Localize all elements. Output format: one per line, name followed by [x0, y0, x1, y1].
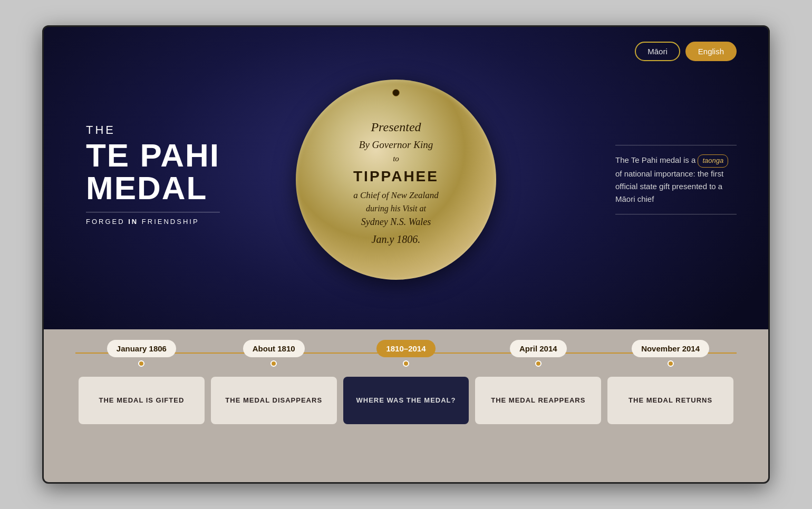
bottom-divider [615, 214, 737, 214]
timeline-label-2: 1810–2014 [376, 340, 435, 357]
timeline-card-text-2: WHERE WAS THE MEDAL? [356, 396, 456, 405]
timeline-card-text-0: THE MEDAL IS GIFTED [99, 396, 185, 405]
medal-container: Presented By Governor King to TIPPAHEE a… [296, 80, 496, 280]
title-main: TE PAHI MEDAL [86, 139, 220, 204]
timeline-dot-2 [403, 360, 409, 367]
timeline-dot-1 [270, 360, 277, 367]
timeline-item-1[interactable]: About 1810 [208, 340, 340, 367]
hero-section: Māori English THE TE PAHI MEDAL FORGED I… [44, 27, 768, 332]
timeline-strip: January 1806 About 1810 1810–2014 April … [44, 329, 768, 377]
timeline-label-0: January 1806 [107, 340, 176, 357]
timeline-card-0[interactable]: THE MEDAL IS GIFTED [79, 377, 205, 424]
timeline-card-3[interactable]: THE MEDAL REAPPEARS [475, 377, 601, 424]
title-subtitle: FORGED IN FRIENDSHIP [86, 212, 220, 226]
timeline-item-3[interactable]: April 2014 [472, 340, 604, 367]
medal-inscription: Presented By Governor King to TIPPAHEE a… [337, 102, 455, 258]
timeline-card-text-1: THE MEDAL DISAPPEARS [225, 396, 322, 405]
description-text: The Te Pahi medal is a taonga of nationa… [615, 154, 737, 205]
top-divider [615, 145, 737, 145]
timeline-label-3: April 2014 [510, 340, 567, 357]
timeline-label-4: November 2014 [632, 340, 709, 357]
title-the: THE [86, 123, 220, 137]
timeline-label-1: About 1810 [243, 340, 305, 357]
timeline-card-text-3: THE MEDAL REAPPEARS [491, 396, 585, 405]
timeline-dot-0 [138, 360, 144, 367]
timeline-cards: THE MEDAL IS GIFTED THE MEDAL DISAPPEARS… [44, 377, 768, 461]
timeline-dot-4 [668, 360, 674, 367]
english-language-button[interactable]: English [685, 42, 737, 61]
language-buttons: Māori English [635, 42, 737, 61]
timeline-items: January 1806 About 1810 1810–2014 April … [75, 340, 737, 367]
medal-image: Presented By Governor King to TIPPAHEE a… [296, 80, 496, 280]
timeline-item-4[interactable]: November 2014 [604, 340, 737, 367]
medal-hole [392, 89, 400, 96]
timeline-card-text-4: THE MEDAL RETURNS [629, 396, 712, 405]
taonga-badge: taonga [698, 154, 728, 168]
timeline-item-2[interactable]: 1810–2014 [340, 340, 472, 367]
maori-language-button[interactable]: Māori [635, 42, 680, 61]
timeline-card-4[interactable]: THE MEDAL RETURNS [607, 377, 733, 424]
description-area: The Te Pahi medal is a taonga of nationa… [615, 145, 737, 214]
screen: Māori English THE TE PAHI MEDAL FORGED I… [42, 25, 770, 484]
timeline-dot-3 [535, 360, 542, 367]
timeline-card-2[interactable]: WHERE WAS THE MEDAL? [343, 377, 469, 424]
title-area: THE TE PAHI MEDAL FORGED IN FRIENDSHIP [86, 123, 220, 226]
timeline-item-0[interactable]: January 1806 [75, 340, 208, 367]
timeline-card-1[interactable]: THE MEDAL DISAPPEARS [211, 377, 337, 424]
timeline-section: January 1806 About 1810 1810–2014 April … [44, 329, 768, 482]
